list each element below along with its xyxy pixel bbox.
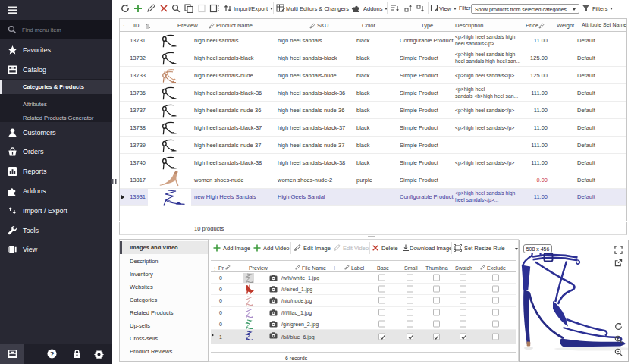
svg-text:?: ? — [50, 350, 55, 358]
